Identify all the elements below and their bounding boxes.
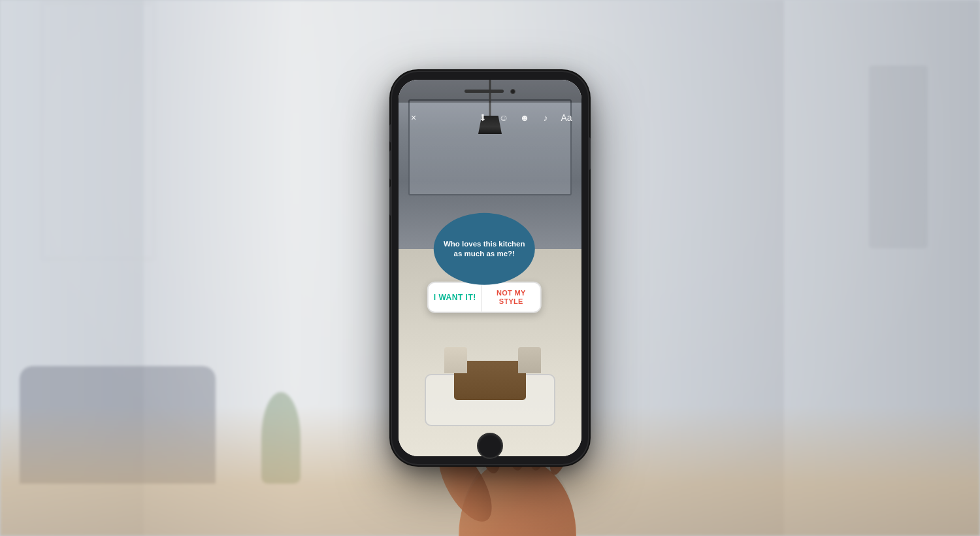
poll-yes-button[interactable]: I WANT IT! [429,283,482,312]
sticker-icon[interactable]: ☺ [497,110,511,125]
phone-volume-up-button [389,150,392,180]
download-icon[interactable]: ⬇ [476,110,490,125]
phone-volume-down-button [389,186,392,216]
text-icon[interactable]: Aa [559,110,574,125]
poll-no-button[interactable]: NOT MY STYLE [482,283,540,312]
phone-mute-button [389,124,392,142]
poll-speech-bubble: Who loves this kitchen as much as me?! [434,213,535,285]
face-icon[interactable]: ☻ [517,110,532,125]
phone-top-bar [399,80,581,103]
poll-question: Who loves this kitchen as much as me?! [444,239,525,259]
toolbar-icons-right: ⬇ ☺ ☻ ♪ Aa [476,110,574,125]
poll-options: I WANT IT! NOT MY STYLE [427,282,542,313]
phone-speaker [465,90,504,93]
phone-power-button [588,137,591,170]
story-toolbar: × ⬇ ☺ ☻ ♪ Aa [399,105,581,131]
poll-widget: Who loves this kitchen as much as me?! I… [427,213,542,313]
music-icon[interactable]: ♪ [538,110,553,125]
phone-home-button[interactable] [477,433,503,459]
close-icon[interactable]: × [406,110,421,125]
phone-screen: × ⬇ ☺ ☻ ♪ Aa Who loves this kitchen as m… [399,80,581,456]
phone-device: × ⬇ ☺ ☻ ♪ Aa Who loves this kitchen as m… [392,72,588,464]
chair-left [444,347,467,373]
chair-right [518,347,541,373]
main-scene: × ⬇ ☺ ☻ ♪ Aa Who loves this kitchen as m… [0,0,980,536]
phone-camera [510,89,515,94]
